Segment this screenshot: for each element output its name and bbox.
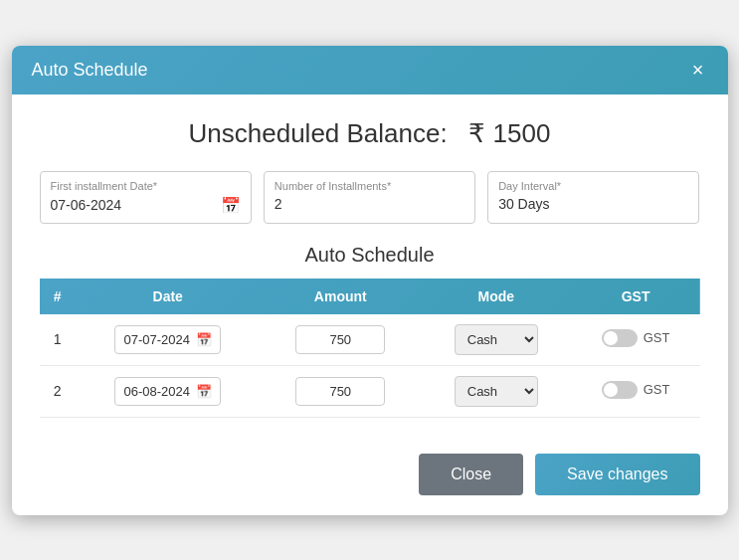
col-header-date: Date — [76, 279, 261, 314]
gst-toggle-2[interactable] — [602, 381, 638, 399]
row-gst: GST — [572, 365, 700, 417]
balance-label: Unscheduled Balance: — [189, 118, 448, 148]
col-header-mode: Mode — [421, 279, 572, 314]
mode-select-2[interactable]: CashOnlineChequeCard — [455, 376, 538, 407]
col-header-amount: Amount — [261, 279, 421, 314]
gst-toggle-1[interactable] — [602, 329, 638, 347]
day-interval-value: 30 Days — [498, 196, 549, 212]
modal-title: Auto Schedule — [32, 60, 148, 81]
col-header-gst: GST — [572, 279, 700, 314]
table-row: 1 07-07-2024 📅 CashOnlineChequeCard GST — [40, 314, 700, 366]
day-interval-input-row: 30 Days — [498, 196, 688, 212]
first-installment-input-row: 07-06-2024 📅 — [51, 196, 241, 215]
table-header-row: # Date Amount Mode GST — [40, 279, 700, 314]
num-installments-field: Number of Installments* 2 — [264, 171, 475, 224]
gst-label-1: GST — [644, 330, 670, 345]
modal-overlay: Auto Schedule × Unscheduled Balance: ₹ 1… — [0, 0, 739, 560]
row-num: 1 — [40, 314, 76, 366]
date-value-1: 07-07-2024 — [123, 332, 190, 347]
num-installments-input-row: 2 — [275, 196, 464, 212]
schedule-table: # Date Amount Mode GST 1 07-07-2024 📅 Ca… — [40, 279, 700, 418]
close-button[interactable]: Close — [419, 454, 523, 495]
modal-close-button[interactable]: × — [688, 60, 708, 80]
balance-amount: ₹ 1500 — [468, 118, 550, 148]
save-changes-button[interactable]: Save changes — [535, 454, 699, 495]
row-amount — [261, 365, 421, 417]
date-field-1[interactable]: 07-07-2024 📅 — [114, 325, 221, 354]
row-mode: CashOnlineChequeCard — [421, 365, 572, 417]
date-value-2: 06-08-2024 — [123, 384, 190, 399]
gst-toggle-container-1: GST — [602, 329, 670, 347]
col-header-num: # — [40, 279, 76, 314]
calendar-icon-row-1: 📅 — [196, 332, 212, 347]
row-amount — [261, 314, 421, 366]
first-installment-label: First installment Date* — [51, 180, 241, 192]
mode-select-1[interactable]: CashOnlineChequeCard — [455, 324, 538, 355]
num-installments-value: 2 — [275, 196, 282, 212]
gst-label-2: GST — [644, 382, 670, 397]
balance-display: Unscheduled Balance: ₹ 1500 — [40, 118, 700, 149]
modal-header: Auto Schedule × — [12, 46, 728, 94]
amount-input-1[interactable] — [295, 325, 385, 354]
day-interval-label: Day Interval* — [498, 180, 688, 192]
first-installment-field: First installment Date* 07-06-2024 📅 — [40, 171, 252, 224]
day-interval-field: Day Interval* 30 Days — [487, 171, 699, 224]
calendar-icon-row-2: 📅 — [196, 384, 212, 399]
row-mode: CashOnlineChequeCard — [421, 314, 572, 366]
schedule-table-title: Auto Schedule — [40, 244, 700, 267]
first-installment-value: 07-06-2024 — [51, 197, 122, 213]
row-num: 2 — [40, 365, 76, 417]
gst-toggle-container-2: GST — [602, 381, 670, 399]
modal-footer: Close Save changes — [12, 438, 728, 515]
row-date: 07-07-2024 📅 — [76, 314, 261, 366]
amount-input-2[interactable] — [295, 377, 385, 406]
table-row: 2 06-08-2024 📅 CashOnlineChequeCard GST — [40, 365, 700, 417]
auto-schedule-modal: Auto Schedule × Unscheduled Balance: ₹ 1… — [12, 46, 728, 515]
modal-body: Unscheduled Balance: ₹ 1500 First instal… — [12, 94, 728, 438]
row-gst: GST — [572, 314, 700, 366]
row-date: 06-08-2024 📅 — [76, 365, 261, 417]
calendar-icon-1[interactable]: 📅 — [221, 196, 241, 215]
num-installments-label: Number of Installments* — [275, 180, 464, 192]
date-field-2[interactable]: 06-08-2024 📅 — [114, 377, 221, 406]
fields-row: First installment Date* 07-06-2024 📅 Num… — [40, 171, 700, 224]
